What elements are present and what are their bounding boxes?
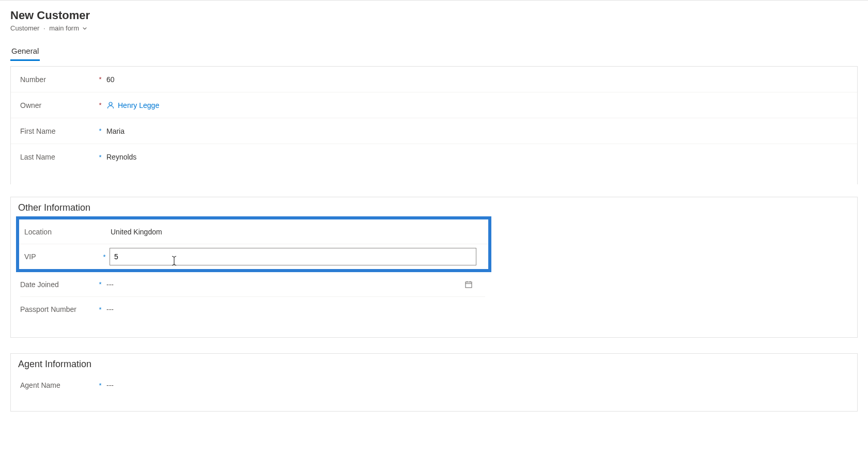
breadcrumb: Customer · main form [10,24,868,32]
svg-point-0 [109,102,112,105]
tab-strip: General [10,46,868,61]
field-label-datejoined: Date Joined [20,280,95,289]
vip-input[interactable] [110,248,476,265]
field-label-agentname: Agent Name [20,381,95,389]
passport-field[interactable]: --- [105,305,485,313]
field-label-location: Location [24,228,99,236]
owner-field[interactable]: Henry Legge [105,101,848,109]
datejoined-field[interactable]: --- [105,280,464,289]
section-title-other: Other Information [11,197,857,216]
calendar-icon[interactable] [464,280,473,289]
required-icon: * [95,101,105,109]
form-name-label: main form [49,24,79,32]
section-other-information: Other Information Location United Kingdo… [10,197,858,338]
recommended-icon: * [95,127,105,135]
lastname-field[interactable]: Reynolds [105,153,848,161]
recommended-icon: * [99,253,110,261]
field-label-number: Number [20,75,95,84]
field-row: Number * 60 [11,67,857,92]
section-title-agent: Agent Information [11,354,857,373]
breadcrumb-separator: · [43,24,45,32]
field-row: Agent Name * --- [20,373,848,398]
owner-name: Henry Legge [118,101,159,109]
recommended-icon: * [95,153,105,161]
field-row: Owner * Henry Legge [11,92,857,118]
chevron-down-icon [82,26,87,32]
firstname-field[interactable]: Maria [105,127,848,135]
field-label-passport: Passport Number [20,305,95,313]
number-field[interactable]: 60 [105,75,848,84]
field-row: First Name * Maria [11,118,857,144]
field-label-lastname: Last Name [20,153,95,161]
form-selector[interactable]: main form [49,24,87,32]
field-label-firstname: First Name [20,127,95,135]
field-row: Last Name * Reynolds [11,144,857,170]
svg-rect-1 [466,282,472,288]
highlight-annotation: Location United Kingdom VIP * [16,216,491,272]
field-label-owner: Owner [20,101,95,109]
person-icon [106,101,115,109]
entity-label: Customer [10,24,39,32]
section-agent-information: Agent Information Agent Name * --- [10,353,858,412]
recommended-icon: * [95,306,105,313]
field-row: VIP * [19,244,488,269]
field-row: Location United Kingdom [19,219,488,244]
recommended-icon: * [95,280,105,288]
section-general: Number * 60 Owner * Henry Legge First Na… [10,66,858,184]
agentname-field[interactable]: --- [105,381,848,389]
required-icon: * [95,75,105,83]
field-row: Date Joined * --- [20,272,485,297]
recommended-icon: * [95,382,105,389]
field-row: Passport Number * --- [20,297,485,322]
required-spacer [99,228,110,235]
location-field[interactable]: United Kingdom [110,228,483,236]
page-title: New Customer [10,9,868,22]
page-header: New Customer Customer · main form [0,1,868,36]
tab-general[interactable]: General [10,46,40,61]
field-label-vip: VIP [24,253,99,261]
